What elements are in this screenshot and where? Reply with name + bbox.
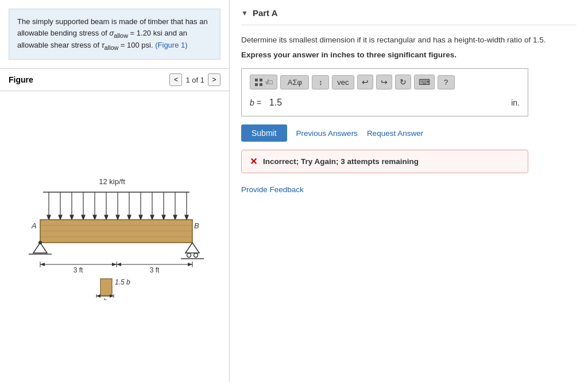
svg-marker-37 [185, 243, 199, 253]
svg-marker-7 [70, 215, 74, 220]
undo-button[interactable]: ↩ [357, 75, 373, 89]
svg-point-38 [187, 253, 191, 257]
previous-answers-link[interactable]: Previous Answers [296, 129, 358, 138]
arrows-button[interactable]: ↕ [312, 75, 329, 89]
keyboard-button[interactable]: ⌨ [414, 75, 435, 89]
question-instruction: Express your answer in inches to three s… [241, 50, 577, 59]
svg-text:12 kip/ft: 12 kip/ft [99, 177, 125, 186]
figure-prev-button[interactable]: < [169, 73, 182, 86]
collapse-arrow[interactable]: ▼ [241, 9, 248, 17]
svg-point-34 [38, 241, 42, 244]
error-message: Incorrect; Try Again; 3 attempts remaini… [263, 157, 419, 166]
svg-text:3 ft: 3 ft [73, 266, 83, 274]
input-unit: in. [511, 98, 520, 107]
error-box: ✕ Incorrect; Try Again; 3 attempts remai… [241, 150, 528, 173]
beam-diagram: 12 kip/ft [11, 174, 218, 300]
refresh-button[interactable]: ↻ [395, 75, 411, 89]
svg-marker-23 [162, 215, 165, 220]
svg-marker-57 [96, 294, 100, 298]
svg-text:B: B [194, 221, 199, 230]
action-row: Submit Previous Answers Request Answer [241, 124, 577, 142]
figure-next-button[interactable]: > [208, 73, 220, 86]
svg-marker-5 [59, 215, 62, 220]
toolbar: √□ AΣφ ↕ vec ↩ ↪ ↻ ⌨ ? [250, 75, 520, 89]
svg-marker-50 [117, 263, 121, 266]
figure-area: 12 kip/ft [0, 91, 229, 382]
svg-marker-13 [105, 215, 108, 220]
svg-marker-51 [188, 263, 192, 266]
figure-page: 1 of 1 [185, 76, 204, 84]
svg-marker-46 [112, 263, 117, 266]
provide-feedback-link[interactable]: Provide Feedback [241, 185, 304, 194]
left-panel: The simply supported beam is made of tim… [0, 0, 230, 382]
svg-marker-3 [47, 215, 51, 220]
formula-button[interactable]: AΣφ [280, 75, 309, 89]
matrix-button[interactable]: √□ [250, 75, 277, 89]
answer-input[interactable] [267, 95, 505, 110]
svg-marker-11 [93, 215, 96, 220]
svg-rect-52 [100, 279, 112, 296]
svg-text:A: A [31, 221, 37, 230]
submit-button[interactable]: Submit [241, 124, 287, 142]
right-panel: ▼ Part A Determine its smallest dimensio… [230, 0, 588, 382]
answer-box: √□ AΣφ ↕ vec ↩ ↪ ↻ ⌨ ? b = in. [241, 68, 528, 116]
input-row: b = in. [250, 95, 520, 110]
figure-link[interactable]: (Figure 1) [155, 41, 187, 49]
request-answer-link[interactable]: Request Answer [367, 129, 423, 138]
svg-marker-25 [173, 215, 177, 220]
svg-marker-21 [150, 215, 154, 220]
error-icon: ✕ [250, 156, 257, 167]
question-main: Determine its smallest dimension if it i… [241, 34, 577, 46]
input-label: b = [250, 98, 261, 107]
svg-text:1.5 b: 1.5 b [115, 278, 130, 286]
help-button[interactable]: ? [438, 75, 455, 89]
svg-marker-9 [82, 215, 85, 220]
part-header: ▼ Part A [241, 0, 577, 25]
svg-text:b: b [103, 297, 107, 300]
figure-title: Figure [9, 75, 33, 84]
vec-button[interactable]: vec [332, 75, 354, 89]
part-title: Part A [253, 8, 278, 18]
svg-marker-27 [185, 215, 188, 220]
svg-text:3 ft: 3 ft [149, 266, 159, 274]
svg-marker-45 [40, 263, 45, 266]
figure-header: Figure < 1 of 1 > [0, 68, 229, 91]
figure-nav: < 1 of 1 > [169, 73, 220, 86]
svg-marker-17 [127, 215, 131, 220]
svg-marker-19 [139, 215, 142, 220]
svg-point-39 [194, 253, 198, 257]
problem-statement: The simply supported beam is made of tim… [9, 9, 220, 60]
svg-marker-15 [116, 215, 119, 220]
redo-button[interactable]: ↪ [376, 75, 392, 89]
